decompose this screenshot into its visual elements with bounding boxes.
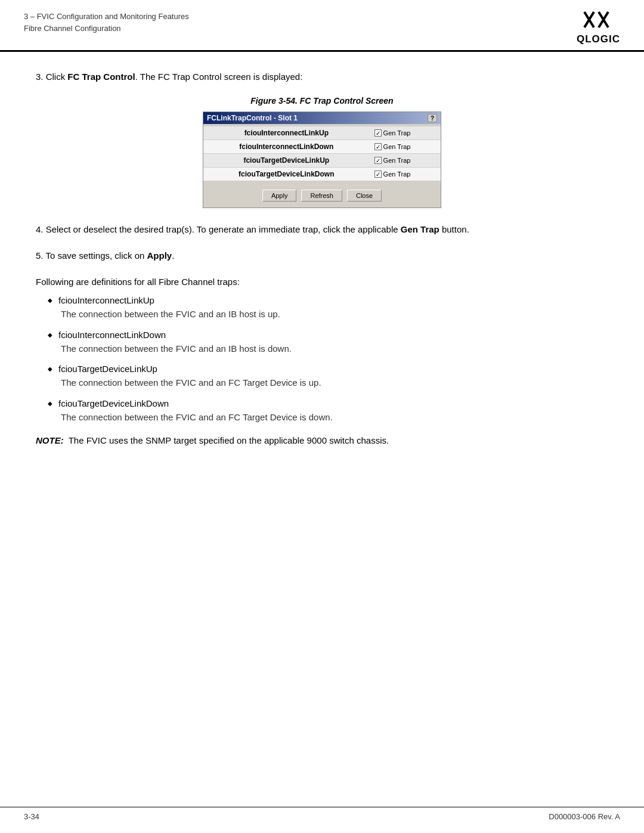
step4-text: Select or deselect the desired trap(s). …	[46, 224, 401, 234]
step5-post: .	[172, 250, 174, 261]
note-block: NOTE: The FVIC uses the SNMP target spec…	[36, 433, 608, 448]
figure-container: Figure 3-54. FC Trap Control Screen FCLi…	[36, 96, 608, 208]
trap-checkbox[interactable]: ✓	[374, 143, 382, 150]
trap-checkbox-label: Gen Trap	[383, 171, 411, 178]
qlogic-logo-icon	[583, 11, 613, 33]
dialog-titlebar: FCLinkTrapControl - Slot 1 ?	[203, 112, 441, 124]
bullet-item: ◆fciouInterconnectLinkUpThe connection b…	[36, 295, 608, 321]
refresh-button[interactable]: Refresh	[301, 190, 342, 202]
bullet-arrow-icon: ◆	[48, 332, 52, 338]
bullet-trap-name: fciouTargetDeviceLinkUp	[58, 364, 157, 374]
step3: 3. Click FC Trap Control. The FC Trap Co…	[36, 70, 608, 84]
bullet-item: ◆fciouTargetDeviceLinkDownThe connection…	[36, 398, 608, 425]
step4-bold: Gen Trap	[401, 224, 439, 234]
trap-checkbox[interactable]: ✓	[374, 157, 382, 164]
bullet-intro: Following are definitions for all Fibre …	[36, 275, 608, 289]
step5-bold: Apply	[147, 250, 172, 261]
trap-name-cell: fciouTargetDeviceLinkDown	[203, 168, 370, 181]
header-line2: Fibre Channel Configuration	[24, 23, 189, 35]
trap-name-cell: fciouInterconnectLinkDown	[203, 140, 370, 154]
dialog-buttons-row: ApplyRefreshClose	[203, 184, 441, 208]
bullet-arrow-icon: ◆	[48, 297, 52, 304]
dialog-title-text: FCLinkTrapControl - Slot 1	[207, 114, 298, 122]
step5-number: 5.	[36, 250, 44, 261]
step4-number: 4.	[36, 224, 44, 234]
bullet-section: Following are definitions for all Fibre …	[36, 275, 608, 424]
bullet-trap-desc: The connection between the FVIC and an I…	[48, 342, 608, 356]
step4: 4. Select or deselect the desired trap(s…	[36, 222, 608, 237]
trap-check-cell[interactable]: ✓Gen Trap	[370, 140, 441, 154]
step3-post: . The FC Trap Control screen is displaye…	[135, 72, 303, 82]
bullet-item: ◆fciouTargetDeviceLinkUpThe connection b…	[36, 364, 608, 390]
apply-button[interactable]: Apply	[262, 190, 297, 202]
bullet-trap-name: fciouTargetDeviceLinkDown	[58, 398, 169, 408]
trap-row: fciouTargetDeviceLinkDown✓Gen Trap	[203, 168, 441, 181]
trap-table: fciouInterconnectLinkUp✓Gen TrapfciouInt…	[203, 126, 441, 181]
trap-name-cell: fciouInterconnectLinkUp	[203, 126, 370, 140]
trap-row: fciouInterconnectLinkUp✓Gen Trap	[203, 126, 441, 140]
figure-title: Figure 3-54. FC Trap Control Screen	[250, 96, 393, 106]
trap-checkbox-label: Gen Trap	[383, 143, 411, 150]
step5-text: To save settings, click on	[45, 250, 147, 261]
bullet-arrow-icon: ◆	[48, 400, 52, 407]
trap-checkbox[interactable]: ✓	[374, 171, 382, 178]
logo-text: QLOGIC	[577, 33, 620, 45]
page-header: 3 – FVIC Configuration and Monitoring Fe…	[0, 0, 644, 52]
bullet-trap-desc: The connection between the FVIC and an I…	[48, 308, 608, 321]
trap-checkbox-label: Gen Trap	[383, 157, 411, 164]
bullet-arrow-icon: ◆	[48, 366, 52, 372]
trap-row: fciouTargetDeviceLinkUp✓Gen Trap	[203, 154, 441, 168]
dialog-help-button[interactable]: ?	[428, 114, 437, 122]
logo-area: QLOGIC	[577, 11, 620, 45]
main-content: 3. Click FC Trap Control. The FC Trap Co…	[0, 52, 644, 472]
bullet-trap-desc: The connection between the FVIC and an F…	[48, 411, 608, 425]
trap-check-cell[interactable]: ✓Gen Trap	[370, 168, 441, 181]
note-label: NOTE:	[36, 433, 64, 448]
bullet-trap-name: fciouInterconnectLinkUp	[58, 295, 154, 305]
trap-checkbox[interactable]: ✓	[374, 129, 382, 137]
header-line1: 3 – FVIC Configuration and Monitoring Fe…	[24, 11, 189, 23]
page-footer: 3-34 D000003-006 Rev. A	[0, 807, 644, 821]
note-text: The FVIC uses the SNMP target specified …	[69, 433, 389, 448]
footer-doc-number: D000003-006 Rev. A	[549, 812, 620, 821]
trap-check-cell[interactable]: ✓Gen Trap	[370, 126, 441, 140]
step3-bold: FC Trap Control	[67, 72, 135, 82]
bullet-item: ◆fciouInterconnectLinkDownThe connection…	[36, 330, 608, 356]
step4-post: button.	[439, 224, 469, 234]
bullets-container: ◆fciouInterconnectLinkUpThe connection b…	[36, 295, 608, 424]
step3-number: 3.	[36, 72, 46, 82]
trap-name-cell: fciouTargetDeviceLinkUp	[203, 154, 370, 168]
close-button[interactable]: Close	[347, 190, 382, 202]
trap-check-cell[interactable]: ✓Gen Trap	[370, 154, 441, 168]
footer-page-number: 3-34	[24, 812, 39, 821]
bullet-trap-desc: The connection between the FVIC and an F…	[48, 376, 608, 390]
trap-checkbox-label: Gen Trap	[383, 129, 411, 137]
trap-row: fciouInterconnectLinkDown✓Gen Trap	[203, 140, 441, 154]
fc-trap-dialog: FCLinkTrapControl - Slot 1 ? fciouInterc…	[203, 112, 441, 208]
step3-pre: Click	[46, 72, 68, 82]
header-text: 3 – FVIC Configuration and Monitoring Fe…	[24, 11, 189, 34]
step5: 5. To save settings, click on Apply.	[36, 249, 608, 263]
bullet-trap-name: fciouInterconnectLinkDown	[58, 330, 166, 340]
